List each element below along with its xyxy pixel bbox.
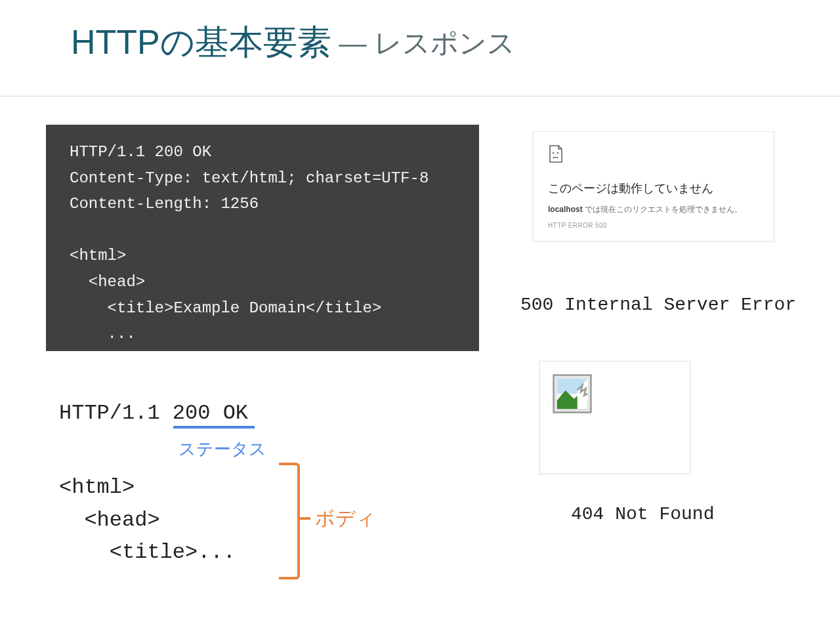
sad-page-icon (548, 145, 564, 163)
title-main: HTTPの基本要素 (71, 23, 331, 61)
error-500-code: HTTP ERROR 500 (548, 222, 761, 229)
title-sep: — (331, 28, 374, 58)
title-sub: レスポンス (374, 28, 515, 58)
status-line-text: HTTP/1.1 200 OK (59, 397, 248, 430)
error-404-label: 404 Not Found (571, 504, 714, 524)
error-500-rest: では現在このリクエストを処理できません。 (583, 205, 742, 214)
broken-image-icon (552, 373, 593, 414)
slide-title: HTTPの基本要素 — レスポンス (71, 20, 515, 66)
error-404-card (539, 361, 690, 474)
svg-rect-1 (557, 152, 558, 154)
status-label: ステータス (178, 438, 266, 461)
body-bracket-tip (297, 517, 310, 520)
body-label: ボディ (315, 505, 376, 532)
status-underline (173, 426, 255, 429)
slide: HTTPの基本要素 — レスポンス HTTP/1.1 200 OK Conten… (0, 0, 840, 630)
error-500-host: localhost (548, 205, 583, 214)
error-500-message: localhost では現在このリクエストを処理できません。 (548, 204, 761, 215)
svg-rect-0 (553, 152, 554, 154)
body-code-text: <html> <head> <title>... (59, 471, 236, 569)
annotated-status-block: HTTP/1.1 200 OK (59, 397, 248, 430)
title-divider (0, 96, 840, 96)
response-code-block: HTTP/1.1 200 OK Content-Type: text/html;… (46, 125, 479, 351)
error-500-label: 500 Internal Server Error (520, 295, 796, 315)
error-500-card: このページは動作していません localhost では現在このリクエストを処理で… (533, 131, 774, 242)
body-bracket (279, 463, 300, 579)
error-500-title: このページは動作していません (548, 180, 761, 196)
